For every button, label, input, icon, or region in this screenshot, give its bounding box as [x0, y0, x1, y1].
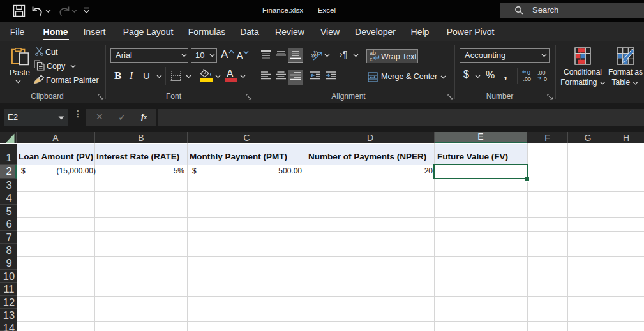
svg-text:ab: ab	[370, 50, 376, 56]
svg-text:ab: ab	[310, 48, 320, 59]
svg-text:.00: .00	[537, 70, 546, 76]
svg-text:.00: .00	[523, 76, 532, 82]
svg-text:0: 0	[527, 70, 530, 76]
svg-text:c: c	[370, 56, 373, 62]
svg-text:0: 0	[544, 76, 547, 82]
